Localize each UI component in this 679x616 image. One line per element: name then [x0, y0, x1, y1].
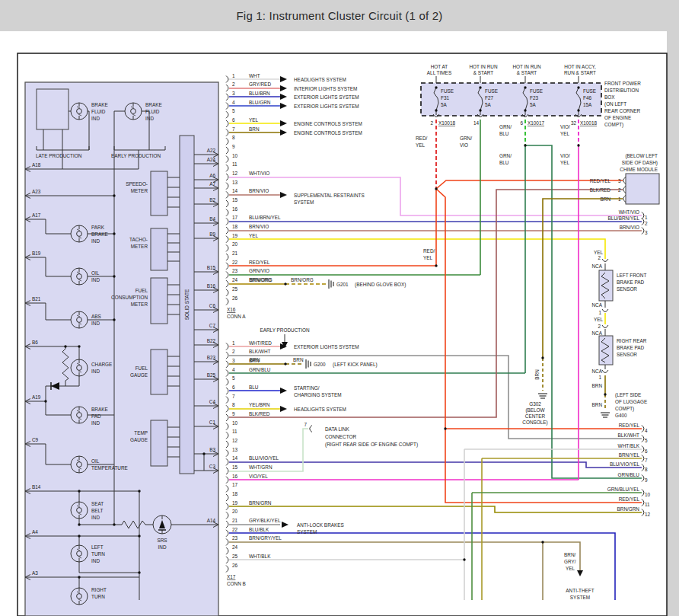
label: IND [145, 116, 154, 121]
label: 15A [583, 102, 592, 107]
wire-color-label: BLU/VIO/YEL [610, 461, 640, 467]
edge-pin-number: 9 [645, 477, 648, 483]
pin-number: 11 [232, 161, 237, 167]
pin-number: 5 [232, 108, 235, 113]
label: 2 [598, 324, 601, 329]
edge-pin-number: 4 [645, 428, 648, 433]
fuel-gauge-box [151, 349, 167, 394]
label: LEFT FRONT [617, 273, 646, 278]
label: GRN/ [460, 136, 472, 141]
junction-dot [78, 490, 80, 492]
junction-dot [78, 535, 80, 537]
connector-id: X17 [227, 574, 236, 579]
label: ENGINE CONTROLS SYSTEM [294, 121, 362, 126]
label: VIO/ [560, 124, 570, 129]
junction-dot [78, 576, 80, 578]
pin-number: 19 [232, 500, 238, 506]
label: F23 [530, 95, 538, 101]
srs-ind-lamp [153, 515, 171, 534]
right-turn-ind-lamp [71, 588, 88, 605]
pin-number: 6 [232, 117, 235, 123]
label: YEL [594, 317, 604, 322]
pin-number: 6 [232, 385, 235, 390]
label: GAUGE [130, 372, 148, 378]
wire-color-label: RED/YEL [619, 496, 640, 502]
label: LATE PRODUCTION [36, 153, 82, 158]
label: BRN [592, 383, 603, 388]
edge-pin-number: 5 [645, 438, 648, 443]
junction-dot [138, 535, 140, 537]
pin-number: 21 [232, 518, 238, 523]
label: BRAKE PAD [617, 345, 644, 350]
label: (ON LEFT [604, 101, 626, 107]
wire-color-label: BLU/BRN [249, 91, 270, 96]
label: 5A [485, 102, 492, 107]
pin-number: 11 [232, 429, 237, 434]
label: B6 [32, 340, 38, 345]
label: 5A [530, 102, 537, 107]
label: (BEHIND GLOVE BOX) [355, 282, 406, 288]
label: STARTING/ [294, 385, 320, 391]
wire-color-label: BLK/WHT [618, 432, 640, 438]
label: ABS [91, 314, 101, 319]
junction-dot [138, 571, 140, 573]
pin-number: 10 [232, 420, 238, 426]
label: YEL [416, 142, 426, 148]
label: FUSE [441, 88, 454, 94]
label: RED/ [416, 136, 427, 141]
label: GRY/ [564, 559, 576, 564]
wire-color-label: RED/YEL [249, 260, 270, 265]
label: (BELOW [525, 407, 545, 413]
edge-pin-number: 6 [645, 448, 648, 454]
label: 1 [598, 310, 601, 315]
label: B4 [209, 216, 215, 222]
label: IND [91, 116, 100, 121]
label: 2 [430, 120, 433, 126]
pin-number: 24 [232, 544, 238, 550]
label: IND [91, 321, 100, 326]
label: NCA [592, 369, 603, 374]
wire-color-label: BRN/YEL [619, 452, 640, 458]
junction-dot [541, 356, 544, 359]
edge-pin-number: 12 [645, 512, 651, 517]
label: FUSE [583, 88, 596, 94]
junction-dot [113, 194, 115, 196]
junction-dot [113, 275, 115, 277]
label: C9 [32, 437, 39, 442]
label: GAUGE [130, 437, 148, 442]
label: BRN [592, 402, 603, 407]
wire-color-label: RED/YEL [619, 423, 640, 428]
wire-color-label: GRN/BLU [249, 367, 271, 372]
chime-module-box [626, 174, 659, 204]
pin-number: 23 [232, 268, 238, 273]
pin-number: 20 [232, 509, 238, 514]
label: BRAKE [91, 231, 108, 237]
label: PAD [91, 413, 101, 419]
label: ANTI-THEFT [566, 588, 594, 593]
label: SOLID STATE [184, 289, 190, 321]
label: HOT IN RUN [469, 64, 498, 69]
label: IND [91, 515, 100, 520]
label: HOT AT [431, 64, 448, 69]
label: FUEL [135, 288, 148, 293]
pin-number: 14 [232, 455, 238, 461]
label: G302 [529, 401, 541, 407]
wire-color-label: WHT/VIO [249, 171, 269, 176]
label: ALL TIMES [427, 70, 451, 75]
label: BRN/ORG [291, 277, 314, 282]
abs-ind-lamp [71, 311, 88, 328]
label: B23 [207, 355, 216, 360]
wire-color-label: GRN/VIO [249, 268, 269, 273]
label: B3 [209, 447, 215, 452]
label: SRS [157, 538, 167, 543]
tachometer-box [151, 228, 167, 270]
brake-fluid-ind-lamp [71, 103, 88, 120]
label: TURN [91, 594, 105, 599]
pin-number: 18 [232, 491, 238, 496]
wire-color-label: GRY/BLK/YEL [249, 518, 281, 523]
pin-number: 13 [232, 447, 238, 452]
wire-color-label: GRN/BLU/YEL [607, 487, 640, 492]
label: BRN/ORG [250, 277, 273, 282]
wire-color-label: BRN/GRN [617, 506, 640, 512]
pin-number: 22 [232, 527, 238, 532]
